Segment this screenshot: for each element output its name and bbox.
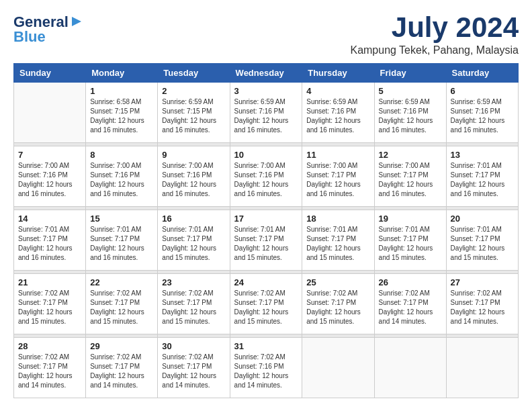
calendar-cell: 16Sunrise: 7:01 AMSunset: 7:17 PMDayligh… <box>158 210 230 271</box>
calendar-cell: 15Sunrise: 7:01 AMSunset: 7:17 PMDayligh… <box>86 210 158 271</box>
day-info: Sunrise: 7:01 AMSunset: 7:17 PMDaylight:… <box>451 225 514 263</box>
calendar-cell: 19Sunrise: 7:01 AMSunset: 7:17 PMDayligh… <box>374 210 446 271</box>
day-info: Sunrise: 7:02 AMSunset: 7:17 PMDaylight:… <box>234 289 298 326</box>
calendar-cell: 8Sunrise: 7:00 AMSunset: 7:16 PMDaylight… <box>86 146 158 207</box>
day-number: 24 <box>234 277 298 287</box>
calendar-cell: 18Sunrise: 7:01 AMSunset: 7:17 PMDayligh… <box>302 210 374 271</box>
col-sunday: Sunday <box>14 64 86 83</box>
calendar-cell: 26Sunrise: 7:02 AMSunset: 7:17 PMDayligh… <box>374 274 446 334</box>
calendar-cell: 20Sunrise: 7:01 AMSunset: 7:17 PMDayligh… <box>446 210 518 271</box>
title-section: July 2024 Kampung Tekek, Pahang, Malaysi… <box>350 13 519 56</box>
calendar-cell: 14Sunrise: 7:01 AMSunset: 7:17 PMDayligh… <box>14 210 86 271</box>
day-number: 29 <box>90 341 153 351</box>
week-row-4: 21Sunrise: 7:02 AMSunset: 7:17 PMDayligh… <box>14 274 519 334</box>
calendar-cell: 5Sunrise: 6:59 AMSunset: 7:16 PMDaylight… <box>374 83 446 143</box>
calendar-cell: 17Sunrise: 7:01 AMSunset: 7:17 PMDayligh… <box>230 210 302 271</box>
calendar-cell: 30Sunrise: 7:02 AMSunset: 7:17 PMDayligh… <box>158 338 230 398</box>
calendar-table: Sunday Monday Tuesday Wednesday Thursday… <box>13 63 519 398</box>
logo-arrow-icon <box>69 14 84 29</box>
day-number: 26 <box>379 277 442 287</box>
day-info: Sunrise: 7:02 AMSunset: 7:17 PMDaylight:… <box>306 289 369 326</box>
week-row-2: 7Sunrise: 7:00 AMSunset: 7:16 PMDaylight… <box>14 146 519 207</box>
day-number: 9 <box>162 150 225 160</box>
calendar-cell <box>374 338 446 398</box>
day-info: Sunrise: 7:02 AMSunset: 7:17 PMDaylight:… <box>18 289 81 326</box>
page-header: General Blue July 2024 Kampung Tekek, Pa… <box>13 13 519 56</box>
day-number: 2 <box>162 86 225 96</box>
day-info: Sunrise: 6:59 AMSunset: 7:16 PMDaylight:… <box>234 97 298 135</box>
day-number: 11 <box>306 150 369 160</box>
calendar-cell <box>446 338 518 398</box>
day-number: 25 <box>306 277 369 287</box>
day-info: Sunrise: 6:59 AMSunset: 7:16 PMDaylight:… <box>379 97 442 135</box>
day-info: Sunrise: 7:02 AMSunset: 7:17 PMDaylight:… <box>90 289 153 326</box>
calendar-cell: 3Sunrise: 6:59 AMSunset: 7:16 PMDaylight… <box>230 83 302 143</box>
day-number: 18 <box>306 214 369 224</box>
calendar-cell: 7Sunrise: 7:00 AMSunset: 7:16 PMDaylight… <box>14 146 86 207</box>
day-number: 27 <box>451 277 514 287</box>
week-row-5: 28Sunrise: 7:02 AMSunset: 7:17 PMDayligh… <box>14 338 519 398</box>
day-info: Sunrise: 7:02 AMSunset: 7:17 PMDaylight:… <box>162 289 225 326</box>
logo-blue: Blue <box>13 28 46 46</box>
day-info: Sunrise: 7:01 AMSunset: 7:17 PMDaylight:… <box>90 225 153 263</box>
logo: General Blue <box>13 13 84 46</box>
calendar-cell: 2Sunrise: 6:59 AMSunset: 7:15 PMDaylight… <box>158 83 230 143</box>
day-number: 17 <box>234 214 298 224</box>
day-number: 8 <box>90 150 153 160</box>
day-number: 6 <box>451 86 514 96</box>
day-info: Sunrise: 7:01 AMSunset: 7:17 PMDaylight:… <box>306 225 369 263</box>
day-number: 23 <box>162 277 225 287</box>
day-number: 4 <box>306 86 369 96</box>
calendar-cell: 31Sunrise: 7:02 AMSunset: 7:16 PMDayligh… <box>230 338 302 398</box>
day-info: Sunrise: 7:01 AMSunset: 7:17 PMDaylight:… <box>18 225 81 263</box>
col-thursday: Thursday <box>302 64 374 83</box>
day-info: Sunrise: 7:02 AMSunset: 7:17 PMDaylight:… <box>451 289 514 326</box>
calendar-cell: 11Sunrise: 7:00 AMSunset: 7:17 PMDayligh… <box>302 146 374 207</box>
day-number: 28 <box>18 341 81 351</box>
calendar-cell: 6Sunrise: 6:59 AMSunset: 7:16 PMDaylight… <box>446 83 518 143</box>
day-info: Sunrise: 6:58 AMSunset: 7:15 PMDaylight:… <box>90 97 153 135</box>
week-row-3: 14Sunrise: 7:01 AMSunset: 7:17 PMDayligh… <box>14 210 519 271</box>
day-number: 19 <box>379 214 442 224</box>
calendar-cell: 29Sunrise: 7:02 AMSunset: 7:17 PMDayligh… <box>86 338 158 398</box>
day-info: Sunrise: 6:59 AMSunset: 7:16 PMDaylight:… <box>451 97 514 135</box>
day-number: 13 <box>451 150 514 160</box>
calendar-cell <box>302 338 374 398</box>
calendar-cell: 25Sunrise: 7:02 AMSunset: 7:17 PMDayligh… <box>302 274 374 334</box>
day-info: Sunrise: 6:59 AMSunset: 7:15 PMDaylight:… <box>162 97 225 135</box>
calendar-header-row: Sunday Monday Tuesday Wednesday Thursday… <box>14 64 519 83</box>
day-info: Sunrise: 7:01 AMSunset: 7:17 PMDaylight:… <box>451 161 514 199</box>
calendar-cell: 28Sunrise: 7:02 AMSunset: 7:17 PMDayligh… <box>14 338 86 398</box>
calendar-cell: 21Sunrise: 7:02 AMSunset: 7:17 PMDayligh… <box>14 274 86 334</box>
day-info: Sunrise: 7:02 AMSunset: 7:17 PMDaylight:… <box>162 353 225 390</box>
day-number: 22 <box>90 277 153 287</box>
day-info: Sunrise: 7:02 AMSunset: 7:17 PMDaylight:… <box>90 353 153 390</box>
day-number: 1 <box>90 86 153 96</box>
svg-marker-0 <box>72 17 81 26</box>
day-number: 30 <box>162 341 225 351</box>
calendar-cell: 12Sunrise: 7:00 AMSunset: 7:17 PMDayligh… <box>374 146 446 207</box>
day-info: Sunrise: 7:02 AMSunset: 7:16 PMDaylight:… <box>234 353 298 390</box>
day-number: 20 <box>451 214 514 224</box>
calendar-cell: 9Sunrise: 7:00 AMSunset: 7:16 PMDaylight… <box>158 146 230 207</box>
col-tuesday: Tuesday <box>158 64 230 83</box>
calendar-cell: 23Sunrise: 7:02 AMSunset: 7:17 PMDayligh… <box>158 274 230 334</box>
day-info: Sunrise: 7:01 AMSunset: 7:17 PMDaylight:… <box>379 225 442 263</box>
day-info: Sunrise: 7:02 AMSunset: 7:17 PMDaylight:… <box>379 289 442 326</box>
col-wednesday: Wednesday <box>230 64 302 83</box>
day-number: 5 <box>379 86 442 96</box>
day-number: 7 <box>18 150 81 160</box>
day-info: Sunrise: 7:00 AMSunset: 7:17 PMDaylight:… <box>379 161 442 199</box>
calendar-cell: 22Sunrise: 7:02 AMSunset: 7:17 PMDayligh… <box>86 274 158 334</box>
day-info: Sunrise: 7:00 AMSunset: 7:16 PMDaylight:… <box>18 161 81 199</box>
calendar-cell: 1Sunrise: 6:58 AMSunset: 7:15 PMDaylight… <box>86 83 158 143</box>
day-info: Sunrise: 7:00 AMSunset: 7:16 PMDaylight:… <box>162 161 225 199</box>
day-info: Sunrise: 7:00 AMSunset: 7:16 PMDaylight:… <box>90 161 153 199</box>
day-number: 16 <box>162 214 225 224</box>
day-info: Sunrise: 7:00 AMSunset: 7:16 PMDaylight:… <box>234 161 298 199</box>
calendar-cell: 27Sunrise: 7:02 AMSunset: 7:17 PMDayligh… <box>446 274 518 334</box>
day-number: 12 <box>379 150 442 160</box>
week-row-1: 1Sunrise: 6:58 AMSunset: 7:15 PMDaylight… <box>14 83 519 143</box>
col-monday: Monday <box>86 64 158 83</box>
col-saturday: Saturday <box>446 64 518 83</box>
